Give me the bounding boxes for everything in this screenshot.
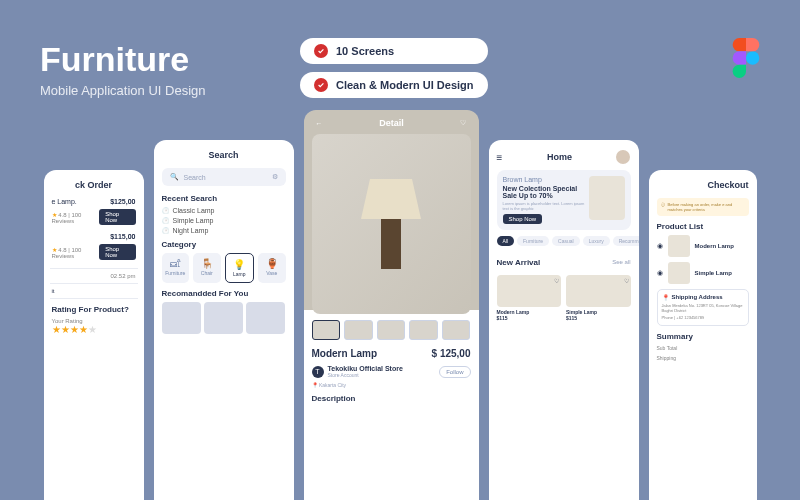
- checkout-alert: ⓘBefore making an order, make e and matc…: [657, 198, 749, 216]
- badge-text: Clean & Modern UI Design: [336, 79, 474, 91]
- follow-button[interactable]: Follow: [439, 366, 470, 378]
- screen-title: Home: [547, 152, 572, 162]
- see-all-link[interactable]: See all: [612, 259, 630, 265]
- product-price: $115: [566, 315, 631, 321]
- screen-track-order: ck Order e Lamp.$125,00 ★ 4.8 | 100 Revi…: [44, 170, 144, 500]
- product-card[interactable]: ♡ Modern Lamp $115: [497, 275, 562, 321]
- banner-product-name: Brown Lamp: [503, 176, 585, 183]
- location-icon: 📍: [662, 294, 669, 301]
- pill-all[interactable]: All: [497, 236, 515, 246]
- category-furniture[interactable]: 🛋Furniture: [162, 253, 190, 283]
- screen-title: Checkout: [657, 180, 749, 190]
- thumbnail[interactable]: [344, 320, 373, 340]
- pill-recommend[interactable]: Recommend: [613, 236, 639, 246]
- screen-checkout: Checkout ⓘBefore making an order, make e…: [649, 170, 757, 500]
- shop-button[interactable]: Shop Now: [99, 244, 135, 260]
- badge-text: 10 Screens: [336, 45, 394, 57]
- pill-casual[interactable]: Casual: [552, 236, 580, 246]
- shop-now-button[interactable]: Shop Now: [503, 214, 543, 224]
- thumbnail-row: [312, 320, 471, 340]
- banner-headline: New Colection Special Sale Up to 70%: [503, 185, 585, 199]
- hero-section: Furniture Mobile Application UI Design: [40, 40, 205, 98]
- figma-logo-icon: [732, 38, 760, 78]
- screen-home: ≡ Home Brown Lamp New Colection Special …: [489, 140, 639, 500]
- category-lamp[interactable]: 💡Lamp: [225, 253, 255, 283]
- check-icon: [314, 78, 328, 92]
- thumbnail[interactable]: [377, 320, 406, 340]
- store-row[interactable]: T Tekokiku Official Store Store Account …: [312, 365, 471, 378]
- screen-title: Detail: [379, 118, 404, 128]
- subtotal-label: Sub Total: [657, 345, 678, 351]
- product-hero-image: [312, 134, 471, 314]
- banner-image: [589, 176, 625, 220]
- vase-icon: 🏺: [260, 258, 284, 269]
- shipping-heading: Shipping Address: [672, 294, 723, 301]
- item-price: $115,00: [110, 233, 135, 240]
- rating-stars-input[interactable]: ★★★★★: [52, 324, 136, 335]
- rating-stars: ★ 4.8 | 100 Reviews: [52, 211, 100, 224]
- heart-icon[interactable]: ♡: [554, 277, 559, 284]
- cart-item[interactable]: ◉ Modern Lamp: [657, 235, 749, 257]
- thumbnail[interactable]: [442, 320, 471, 340]
- recommended-row: [162, 302, 286, 334]
- category-heading: Category: [162, 240, 286, 249]
- screen-detail: ← Detail ♡ Modern Lamp $ 125,00 T Tekoki…: [304, 110, 479, 500]
- thumbnail[interactable]: [409, 320, 438, 340]
- avatar[interactable]: [616, 150, 630, 164]
- screen-title: ck Order: [52, 180, 136, 190]
- search-icon: 🔍: [170, 173, 179, 181]
- feature-badges: 10 Screens Clean & Modern UI Design: [300, 38, 488, 98]
- heart-icon[interactable]: ♡: [624, 277, 629, 284]
- recent-search-item[interactable]: Classic Lamp: [162, 207, 286, 214]
- product-thumb[interactable]: [204, 302, 243, 334]
- heart-icon[interactable]: ♡: [460, 119, 466, 127]
- menu-icon[interactable]: ≡: [497, 152, 503, 163]
- recommended-heading: Recomandded For You: [162, 289, 286, 298]
- product-card-row: ♡ Modern Lamp $115 ♡ Simple Lamp $115: [497, 275, 631, 321]
- description-heading: Description: [312, 394, 471, 403]
- product-thumb[interactable]: [246, 302, 285, 334]
- info-icon: ⓘ: [661, 202, 665, 212]
- product-image: ♡: [497, 275, 562, 307]
- screens-row: ck Order e Lamp.$125,00 ★ 4.8 | 100 Revi…: [0, 110, 800, 500]
- store-sub: Store Account: [328, 372, 436, 378]
- cart-item-name: Simple Lamp: [695, 270, 749, 276]
- filter-icon[interactable]: ⚙: [272, 173, 278, 181]
- new-arrival-heading: New Arrival: [497, 258, 541, 267]
- svg-point-0: [746, 51, 759, 64]
- hero-subtitle: Mobile Application UI Design: [40, 83, 205, 98]
- shipping-label: Shipping: [657, 355, 676, 361]
- product-price: $ 125,00: [432, 348, 471, 359]
- thumbnail[interactable]: [312, 320, 341, 340]
- recent-search-item[interactable]: Night Lamp: [162, 227, 286, 234]
- pill-luxury[interactable]: Luxury: [583, 236, 610, 246]
- badge-design: Clean & Modern UI Design: [300, 72, 488, 98]
- product-card[interactable]: ♡ Simple Lamp $115: [566, 275, 631, 321]
- radio-icon[interactable]: ◉: [657, 269, 663, 277]
- search-placeholder: Search: [184, 174, 206, 181]
- filter-pills: All Furniture Casual Luxury Recommend: [497, 236, 631, 246]
- category-row: 🛋Furniture 🪑Chair 💡Lamp 🏺Vase: [162, 253, 286, 283]
- badge-screens: 10 Screens: [300, 38, 488, 64]
- screen-title: Search: [162, 150, 286, 160]
- pill-furniture[interactable]: Furniture: [517, 236, 549, 246]
- store-location: Kakarta City: [319, 382, 346, 388]
- recent-search-item[interactable]: Simple Lamp: [162, 217, 286, 224]
- category-vase[interactable]: 🏺Vase: [258, 253, 286, 283]
- cart-item[interactable]: ◉ Simple Lamp: [657, 262, 749, 284]
- screen-search: Search 🔍 Search ⚙ Recent Search Classic …: [154, 140, 294, 500]
- lamp-illustration: [361, 179, 421, 269]
- shop-button[interactable]: Shop Now: [99, 209, 135, 225]
- check-icon: [314, 44, 328, 58]
- category-chair[interactable]: 🪑Chair: [193, 253, 221, 283]
- rating-stars: ★ 4.8 | 100 Reviews: [52, 246, 100, 259]
- product-thumb[interactable]: [162, 302, 201, 334]
- shipping-box[interactable]: 📍Shipping Address Jalan Merdeka No. 123R…: [657, 289, 749, 326]
- radio-icon[interactable]: ◉: [657, 242, 663, 250]
- item-price: $125,00: [110, 198, 135, 205]
- back-icon[interactable]: ←: [316, 120, 323, 127]
- product-image: ♡: [566, 275, 631, 307]
- search-input[interactable]: 🔍 Search ⚙: [162, 168, 286, 186]
- cart-item-name: Modern Lamp: [695, 243, 749, 249]
- promo-banner[interactable]: Brown Lamp New Colection Special Sale Up…: [497, 170, 631, 230]
